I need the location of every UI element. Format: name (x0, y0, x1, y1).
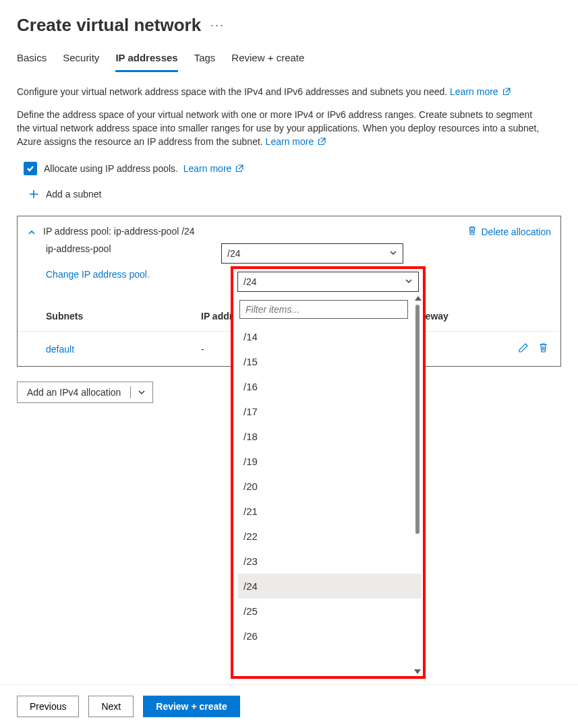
trash-icon[interactable] (538, 342, 548, 355)
delete-allocation-button[interactable]: Delete allocation (467, 226, 551, 238)
tab-ip-addresses[interactable]: IP addresses (115, 52, 177, 72)
prefix-select[interactable]: /24 (221, 243, 403, 264)
dropdown-option[interactable]: /17 (238, 399, 422, 403)
pool-name-value: ip-address-pool (46, 243, 221, 264)
dropdown-option[interactable]: /14 (238, 324, 422, 349)
chevron-down-icon (405, 276, 413, 287)
add-ipv4-label: Add an IPv4 allocation (18, 387, 130, 398)
add-subnet-label: Add a subnet (46, 189, 102, 200)
prefix-selected-value: /24 (227, 248, 240, 259)
tab-review-create[interactable]: Review + create (231, 52, 304, 72)
edit-icon[interactable] (518, 342, 529, 355)
prefix-selected-value: /24 (243, 276, 256, 287)
external-link-icon (318, 138, 326, 146)
external-link-icon (502, 88, 511, 96)
tab-security[interactable]: Security (63, 52, 99, 72)
learn-more-label: Learn more (266, 136, 314, 147)
allocate-label: Allocate using IP address pools. (44, 163, 178, 174)
filter-input[interactable] (239, 300, 408, 319)
tab-basics[interactable]: Basics (17, 52, 47, 72)
learn-more-link-1[interactable]: Learn more (450, 86, 510, 97)
pool-title: IP address pool: ip-address-pool /24 (43, 226, 467, 237)
page-title: Create virtual network (17, 15, 201, 36)
dropdown-option[interactable]: /16 (238, 374, 422, 399)
learn-more-label: Learn more (450, 86, 498, 97)
collapse-icon[interactable] (27, 226, 36, 237)
prefix-dropdown: /24 /14/15/16/17/18/19/20/21/22/23/24/25… (231, 266, 426, 403)
tab-tags[interactable]: Tags (194, 52, 216, 72)
subnet-name-link[interactable]: default (46, 344, 74, 355)
delete-allocation-label: Delete allocation (481, 226, 551, 237)
chevron-down-icon (389, 248, 397, 259)
dropdown-option[interactable]: /15 (238, 349, 422, 374)
chevron-down-icon[interactable] (131, 388, 152, 396)
learn-more-label: Learn more (183, 163, 232, 174)
plus-icon (28, 189, 39, 200)
learn-more-link-3[interactable]: Learn more (183, 163, 243, 174)
trash-icon (467, 226, 477, 238)
external-link-icon (235, 164, 243, 173)
more-actions-icon[interactable]: ··· (210, 18, 225, 32)
prefix-select-open[interactable]: /24 (237, 272, 419, 292)
dropdown-list: /14/15/16/17/18/19/20/21/22/23/24/25/26 (238, 324, 422, 403)
change-pool-link[interactable]: Change IP address pool. (46, 269, 150, 280)
add-subnet-button[interactable]: Add a subnet (0, 183, 578, 216)
scrollbar-thumb[interactable] (415, 305, 420, 403)
intro-text: Configure your virtual network address s… (17, 86, 447, 97)
intro-paragraph: Configure your virtual network address s… (17, 85, 543, 98)
tab-strip: BasicsSecurityIP addressesTagsReview + c… (0, 52, 578, 73)
description-paragraph: Define the address space of your virtual… (17, 108, 543, 148)
col-header-subnets: Subnets (46, 311, 201, 322)
add-ipv4-allocation-button[interactable]: Add an IPv4 allocation (17, 382, 153, 403)
allocate-checkbox[interactable] (24, 162, 37, 175)
learn-more-link-2[interactable]: Learn more (266, 136, 326, 147)
scroll-up-icon[interactable] (415, 296, 422, 301)
